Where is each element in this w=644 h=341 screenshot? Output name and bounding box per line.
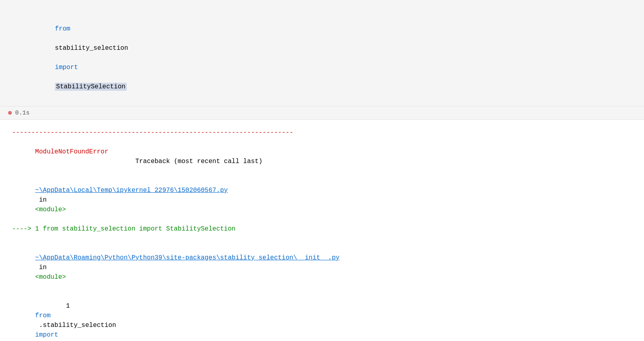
file1-link[interactable]: ~\AppData\Local\Temp\ipykernel_22976\150… (35, 187, 228, 194)
keyword-from-input: from (55, 25, 70, 33)
file1-module-ref: <module> (35, 206, 66, 213)
keyword-import-input: import (55, 64, 78, 71)
classname-highlighted: StabilitySelection (55, 83, 127, 91)
input-code-line: from stability_selection import Stabilit… (24, 16, 128, 100)
file2-path-line: ~\AppData\Roaming\Python\Python39\site-p… (12, 243, 632, 292)
notebook-page: from stability_selection import Stabilit… (0, 0, 644, 341)
cell-status-bar: ⊗ 0.1s (0, 106, 644, 120)
cell-input: from stability_selection import Stabilit… (0, 0, 644, 106)
error-name: ModuleNotFoundError (35, 148, 108, 155)
traceback-label: Traceback (most recent call last) (35, 158, 263, 165)
execution-time: 0.1s (15, 110, 30, 116)
dashed-separator: ----------------------------------------… (12, 128, 632, 137)
file2-module-ref: <module> (35, 274, 66, 281)
blank-spacer-1 (12, 234, 632, 243)
file1-path-line: ~\AppData\Local\Temp\ipykernel_22976\150… (12, 176, 632, 224)
file1-arrow-line: ----> 1 from stability_selection import … (12, 224, 632, 234)
error-circle-icon: ⊗ (8, 109, 12, 117)
error-traceback-line: ModuleNotFoundError Traceback (most rece… (12, 137, 632, 176)
file2-link[interactable]: ~\AppData\Roaming\Python\Python39\site-p… (35, 254, 340, 261)
module-name-input: stability_selection (55, 45, 128, 52)
file2-line1: 1 from .stability_selection import Stabi… (12, 292, 632, 341)
cell-output: ----------------------------------------… (0, 120, 644, 341)
